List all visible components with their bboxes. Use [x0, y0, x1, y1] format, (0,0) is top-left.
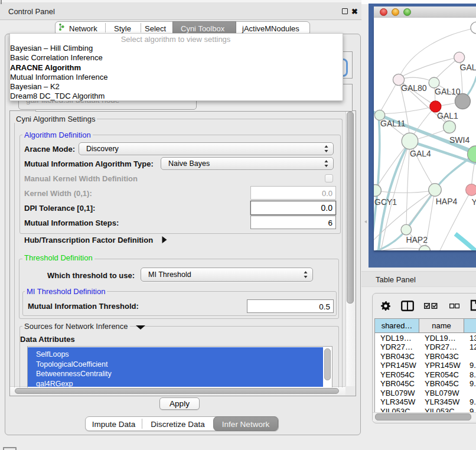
- svg-text:GAL4: GAL4: [410, 149, 431, 158]
- svg-text:GAL10: GAL10: [435, 87, 461, 96]
- svg-text:YJ: YJ: [472, 197, 476, 207]
- svg-text:HAP2: HAP2: [406, 235, 428, 244]
- svg-text:GAL2: GAL2: [460, 63, 476, 72]
- svg-text:SWI4: SWI4: [449, 135, 470, 145]
- svg-text:HAP4: HAP4: [436, 197, 458, 206]
- svg-text:GAL80: GAL80: [401, 83, 427, 93]
- svg-text:GCY1: GCY1: [374, 197, 397, 207]
- svg-text:GAL11: GAL11: [380, 119, 406, 128]
- svg-text:GAL1: GAL1: [437, 111, 458, 120]
